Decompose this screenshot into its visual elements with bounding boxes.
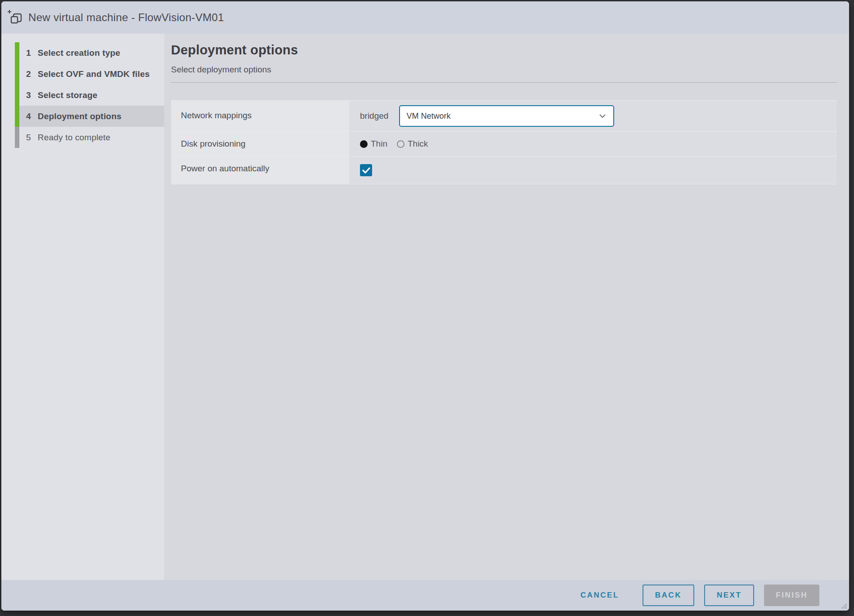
network-mappings-label: Network mappings bbox=[171, 101, 349, 131]
wizard-step-select-storage[interactable]: 3 Select storage bbox=[1, 85, 164, 106]
step-number: 5 bbox=[26, 133, 31, 143]
step-number: 4 bbox=[26, 112, 31, 121]
wizard-steps-sidebar: 1 Select creation type 2 Select OVF and … bbox=[1, 34, 164, 580]
power-on-checkbox[interactable] bbox=[360, 164, 372, 176]
page-title: Deployment options bbox=[171, 43, 837, 58]
disk-provisioning-radio-group: Thin Thick bbox=[360, 139, 428, 149]
dialog-title: New virtual machine - FlowVision-VM01 bbox=[28, 11, 224, 24]
step-label: Select creation type bbox=[38, 48, 121, 58]
checkmark-icon bbox=[362, 167, 370, 174]
power-on-row: Power on automatically bbox=[171, 156, 837, 184]
step-number: 1 bbox=[26, 48, 31, 58]
wizard-step-select-ovf-vmdk[interactable]: 2 Select OVF and VMDK files bbox=[1, 63, 164, 85]
header-divider bbox=[171, 82, 837, 83]
step-progress-bar bbox=[15, 63, 19, 85]
new-vm-wizard-dialog: New virtual machine - FlowVision-VM01 1 … bbox=[1, 1, 849, 611]
finish-button[interactable]: FINISH bbox=[764, 585, 819, 606]
network-select[interactable]: VM Network bbox=[399, 105, 614, 127]
thick-radio-label: Thick bbox=[408, 139, 428, 149]
dialog-titlebar: New virtual machine - FlowVision-VM01 bbox=[1, 1, 849, 34]
thin-radio-label: Thin bbox=[371, 139, 387, 149]
network-mappings-row: Network mappings bridged VM Network bbox=[171, 101, 837, 132]
deployment-options-form: Network mappings bridged VM Network bbox=[171, 100, 837, 184]
step-number: 2 bbox=[26, 69, 31, 79]
network-select-value: VM Network bbox=[406, 112, 450, 121]
step-label: Ready to complete bbox=[38, 133, 111, 143]
new-vm-icon bbox=[8, 9, 24, 27]
chevron-down-icon bbox=[599, 114, 606, 118]
power-on-label: Power on automatically bbox=[171, 156, 349, 184]
back-button[interactable]: BACK bbox=[643, 585, 694, 606]
wizard-step-ready-to-complete[interactable]: 5 Ready to complete bbox=[1, 127, 164, 148]
disk-provisioning-label: Disk provisioning bbox=[171, 132, 349, 156]
page-subtitle: Select deployment options bbox=[171, 65, 837, 75]
step-progress-bar bbox=[15, 106, 19, 127]
cancel-button[interactable]: CANCEL bbox=[572, 585, 627, 605]
network-source-label: bridged bbox=[360, 111, 388, 121]
step-label: Select OVF and VMDK files bbox=[38, 69, 150, 79]
backdrop: New virtual machine - FlowVision-VM01 1 … bbox=[0, 0, 854, 616]
disk-provisioning-row: Disk provisioning Thin Thick bbox=[171, 132, 837, 156]
step-label: Deployment options bbox=[38, 112, 121, 121]
next-button[interactable]: NEXT bbox=[704, 585, 754, 606]
step-progress-bar bbox=[15, 127, 19, 148]
thin-radio[interactable] bbox=[360, 140, 368, 148]
step-progress-bar bbox=[15, 85, 19, 106]
wizard-step-deployment-options[interactable]: 4 Deployment options bbox=[1, 106, 164, 127]
step-progress-bar bbox=[15, 42, 19, 63]
resize-handle[interactable] bbox=[841, 603, 847, 609]
thick-radio[interactable] bbox=[397, 140, 405, 148]
step-label: Select storage bbox=[38, 90, 98, 100]
step-number: 3 bbox=[26, 90, 31, 100]
step-content-panel: Deployment options Select deployment opt… bbox=[164, 34, 849, 580]
wizard-step-select-creation-type[interactable]: 1 Select creation type bbox=[1, 42, 164, 63]
dialog-footer: CANCEL BACK NEXT FINISH bbox=[1, 580, 849, 611]
